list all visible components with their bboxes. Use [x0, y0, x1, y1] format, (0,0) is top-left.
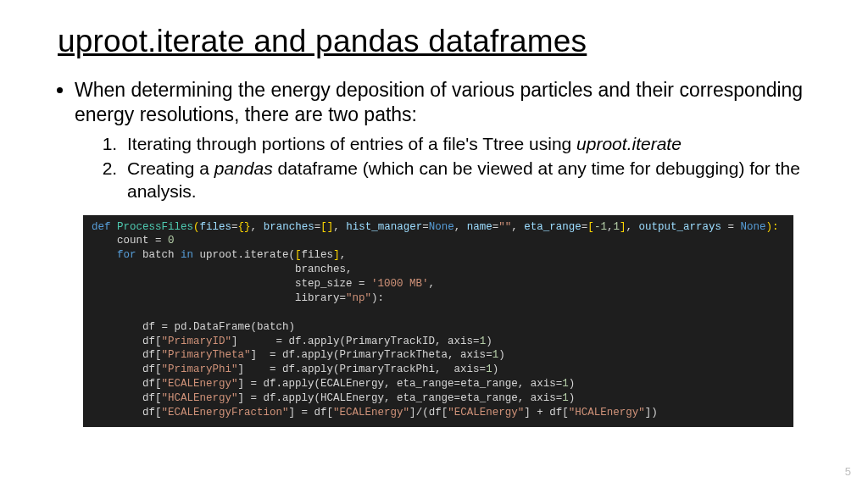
param-branches: branches [264, 221, 314, 233]
l14a: df[ [92, 407, 162, 419]
slide-number: 5 [845, 465, 851, 478]
str-ptheta: "PrimaryTheta" [162, 349, 251, 361]
l12f: eta_range, axis [460, 378, 556, 390]
num-neg1: -1 [594, 221, 607, 233]
l12h: ) [569, 378, 576, 390]
l13e: = [454, 392, 461, 404]
op-eq: = [231, 221, 238, 233]
str-pid: "PrimaryID" [162, 336, 232, 347]
l6b: = [340, 292, 347, 304]
str-empty: "" [498, 221, 511, 233]
l12c: = [251, 378, 264, 390]
brace-open: { [238, 221, 245, 233]
l6a: library [92, 292, 340, 304]
l3-call: uproot.iterate( [193, 249, 295, 261]
paren-open: ( [193, 221, 200, 233]
str-efrac: "ECALEnergyFraction" [162, 407, 289, 419]
l11f: ) [492, 363, 499, 375]
l13b: ] [238, 392, 251, 404]
op-eq3: = [422, 221, 429, 233]
num-1d: 1 [486, 363, 492, 375]
l14i: df[ [549, 407, 569, 419]
l9f: ) [486, 336, 492, 347]
l5a: step_size [92, 278, 359, 290]
paren-close: ): [766, 221, 779, 233]
l8b: = [162, 321, 175, 333]
plus: + [537, 407, 549, 419]
l14h: ] [524, 407, 537, 419]
l10d: df.apply(PrimaryTrackTheta, axis [282, 349, 486, 361]
str-np: "np" [346, 292, 371, 304]
bullet-sub-2-ital: pandas [214, 158, 273, 178]
l8a: df [92, 321, 162, 333]
l14c: = [302, 407, 314, 419]
l13a: df[ [92, 392, 162, 404]
bullet-sub-2-pre: Creating a [127, 158, 214, 178]
bullet-sub-1-pre: Iterating through portions of entries of… [127, 134, 576, 153]
str-1000: '1000 MB' [371, 278, 429, 290]
body-bullets: When determining the energy deposition o… [58, 78, 810, 203]
l11c: = [270, 363, 282, 375]
l12b: ] [238, 378, 251, 390]
l13f: eta_range, axis [460, 392, 556, 404]
str-ecal3: "ECALEnergy" [448, 407, 524, 419]
l9d: df.apply(PrimaryTrackID, axis [289, 336, 474, 347]
l2-eq: = [155, 235, 168, 247]
comma3: , [454, 221, 467, 233]
l5b: = [359, 278, 371, 290]
kw-none: None [429, 221, 454, 233]
l12d: df.apply(ECALEnergy, eta_range [264, 378, 454, 390]
num-1f: 1 [562, 392, 569, 404]
l3-indent [92, 249, 117, 261]
l10a: df[ [92, 349, 162, 361]
sq-open2: [ [587, 221, 594, 233]
l10c: = [270, 349, 282, 361]
comma5: , [626, 221, 638, 233]
l10e: = [486, 349, 492, 361]
param-eta: eta_range [524, 221, 581, 233]
slide: uproot.iterate and pandas dataframes Whe… [0, 0, 868, 488]
l13h: ) [569, 392, 576, 404]
num-1: 1 [613, 221, 620, 233]
l9e: = [473, 336, 480, 347]
sq-open3: [ [295, 249, 302, 261]
l6c: ): [371, 292, 384, 304]
l8c: pd.DataFrame(batch) [175, 321, 296, 333]
l3-batch: batch [136, 249, 181, 261]
str-hcal: "HCALEnergy" [162, 392, 238, 404]
str-pphi: "PrimaryPhi" [162, 363, 238, 375]
bullet-main-text: When determining the energy deposition o… [75, 79, 803, 125]
kw-for: for [117, 249, 136, 261]
l9a: df[ [92, 336, 162, 347]
l10b: ] [251, 349, 270, 361]
l14j: ]) [645, 407, 658, 419]
kw-def: def [92, 221, 117, 233]
bullet-sub-1: Iterating through portions of entries of… [122, 133, 810, 156]
str-ecal2: "ECALEnergy" [333, 407, 409, 419]
kw-none2: None [741, 221, 766, 233]
l4: branches, [92, 263, 353, 275]
param-files: files [200, 221, 232, 233]
num-1b: 1 [480, 336, 487, 347]
l3-files: files [302, 249, 334, 261]
l9b: ] [231, 336, 276, 347]
l12a: df[ [92, 378, 162, 390]
l13d: df.apply(HCALEnergy, eta_range [264, 392, 454, 404]
param-hm: hist_manager [346, 221, 422, 233]
comma: , [251, 221, 264, 233]
op-eq6: = [727, 221, 740, 233]
l11b: ] [238, 363, 270, 375]
l2-indent: count [92, 235, 155, 247]
bullet-sub-1-ital: uproot.iterate [576, 134, 682, 153]
l14b: ] [289, 407, 302, 419]
num-1e: 1 [562, 378, 569, 390]
l14e: ] [409, 407, 416, 419]
l3-comma: , [340, 249, 347, 261]
l11a: df[ [92, 363, 162, 375]
param-name: name [467, 221, 492, 233]
param-out: output_arrays [638, 221, 727, 233]
fn-name: ProcessFiles [117, 221, 193, 233]
bullet-sub-2: Creating a pandas dataframe (which can b… [122, 158, 810, 203]
brace-close: } [244, 221, 251, 233]
l9c: = [276, 336, 289, 347]
